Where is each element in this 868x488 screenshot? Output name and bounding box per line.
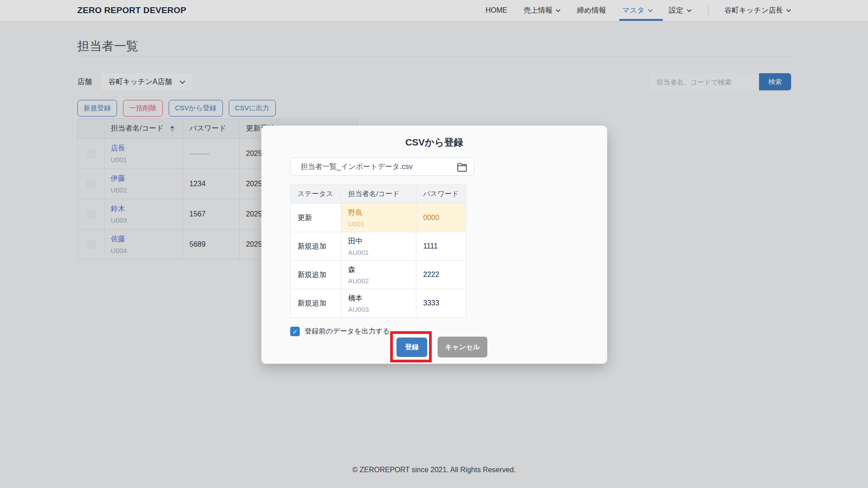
csv-status: 新規追加 — [291, 289, 341, 318]
csv-code: AU002 — [348, 277, 409, 285]
csv-name: 田中 — [348, 237, 409, 246]
file-name: 担当者一覧_インポートデータ.csv — [301, 162, 457, 172]
modal-title: CSVから登録 — [261, 136, 607, 149]
csv-name: 野島 — [348, 208, 409, 218]
export-before-checkbox[interactable]: ✓ — [290, 327, 300, 336]
csv-row: 新規追加 田中 AU001 1111 — [291, 232, 466, 261]
csv-name: 橋本 — [348, 294, 409, 303]
csv-header-status: ステータス — [291, 185, 341, 204]
csv-password: 0000 — [416, 204, 466, 232]
submit-wrap: 登録 — [396, 338, 427, 357]
csv-row: 更新 野島 U001 0000 — [291, 204, 466, 232]
csv-name: 森 — [348, 265, 409, 275]
file-input[interactable]: 担当者一覧_インポートデータ.csv — [290, 158, 474, 176]
csv-password: 3333 — [416, 289, 466, 318]
csv-row: 新規追加 森 AU002 2222 — [291, 261, 466, 289]
csv-header-password: パスワード — [416, 185, 466, 204]
register-button[interactable]: 登録 — [396, 338, 427, 357]
export-before-row: ✓ 登録前のデータを出力する — [290, 327, 390, 336]
csv-password: 1111 — [416, 232, 466, 261]
page: ZERO REPORT DEVEROP HOME 売上情報 締め情報 マスタ 設… — [0, 0, 868, 488]
csv-header-name-code: 担当者名/コード — [341, 185, 416, 204]
csv-table-header-row: ステータス 担当者名/コード パスワード — [291, 185, 466, 204]
csv-row: 新規追加 橋本 AU003 3333 — [291, 289, 466, 318]
export-before-label: 登録前のデータを出力する — [305, 327, 390, 336]
csv-code: U001 — [348, 220, 409, 228]
csv-password: 2222 — [416, 261, 466, 289]
csv-code: AU003 — [348, 305, 409, 313]
folder-icon[interactable] — [457, 162, 467, 172]
csv-status: 新規追加 — [291, 261, 341, 289]
csv-status: 更新 — [291, 204, 341, 232]
cancel-button[interactable]: キャンセル — [438, 337, 487, 357]
csv-import-modal: CSVから登録 担当者一覧_インポートデータ.csv ステータス 担当者名/コー… — [261, 126, 607, 364]
csv-preview-table: ステータス 担当者名/コード パスワード 更新 野島 U001 0000 新規追… — [290, 184, 466, 318]
csv-code: AU001 — [348, 249, 409, 256]
csv-status: 新規追加 — [291, 232, 341, 261]
